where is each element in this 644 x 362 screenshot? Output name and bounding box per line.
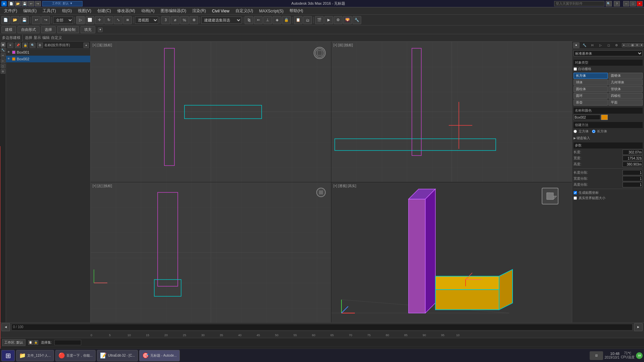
- menu-edit[interactable]: 编辑(E): [20, 7, 39, 14]
- btn-pyramid[interactable]: 四棱柱: [608, 93, 643, 99]
- params-header[interactable]: 参数: [574, 142, 643, 148]
- qa-redo[interactable]: ↪: [35, 1, 41, 6]
- menu-modifiers[interactable]: 修改器(M): [114, 7, 138, 14]
- lp-close[interactable]: ✕: [7, 43, 13, 48]
- keyboard-entry-row[interactable]: ▶ 键盘输入: [574, 136, 643, 140]
- visibility-toggle-box002[interactable]: 👁: [7, 57, 11, 61]
- tb-angle-snap[interactable]: ⌀: [171, 16, 179, 24]
- tb-env-effects[interactable]: 🌄: [343, 16, 352, 24]
- named-selection[interactable]: 建建建选集筛选: [201, 16, 241, 24]
- tab-fill[interactable]: 填充: [80, 26, 95, 33]
- viewport-left[interactable]: [+] [左] [线框]: [91, 182, 331, 323]
- tab-build[interactable]: 建模: [1, 26, 16, 33]
- sidebar-display[interactable]: ◻: [1, 64, 5, 68]
- tb-percent-snap[interactable]: %: [180, 16, 189, 24]
- lp-config[interactable]: ⚙: [37, 43, 43, 48]
- start-button[interactable]: ⊞: [1, 350, 15, 361]
- btn-plane[interactable]: 平面: [608, 100, 643, 106]
- poly-select[interactable]: 选择: [25, 35, 32, 40]
- qa-open[interactable]: 📂: [15, 1, 21, 6]
- workspace-selector[interactable]: 工作区: 默认 ▼: [42, 1, 83, 6]
- btn-teapot[interactable]: 茶壶: [574, 100, 608, 106]
- menu-civil-view[interactable]: Civil View: [209, 8, 232, 14]
- btn-geosphere[interactable]: 几何球体: [608, 79, 643, 85]
- menu-animation[interactable]: 动画(A): [139, 7, 157, 14]
- rp-icon2[interactable]: ○: [626, 43, 630, 47]
- lp-scroll-up[interactable]: ▲: [84, 43, 89, 48]
- object-type-header[interactable]: 对象类型: [574, 60, 643, 66]
- sidebar-motion[interactable]: ▷: [1, 58, 5, 63]
- gen-map-checkbox[interactable]: [574, 191, 577, 194]
- tb-open[interactable]: 📂: [11, 16, 19, 24]
- viewport-front[interactable]: [+] [前] [线框]: [331, 42, 572, 182]
- tb-place-hilight[interactable]: ◈: [273, 16, 281, 24]
- rp-icon4[interactable]: ⊞: [635, 43, 639, 47]
- minimize-btn[interactable]: ─: [623, 1, 629, 6]
- btn-cone[interactable]: 圆锥体: [608, 73, 643, 79]
- tb-render-setup[interactable]: ⚙: [334, 16, 342, 24]
- tb-render[interactable]: 🎬: [315, 16, 324, 24]
- lp-lock[interactable]: 🔒: [22, 43, 28, 48]
- tb-select-region[interactable]: ⬜: [86, 16, 94, 24]
- status-icon2[interactable]: 🔒: [34, 340, 38, 345]
- box-radio-label[interactable]: 长方体: [592, 129, 607, 134]
- rp-tab-utilities[interactable]: ⚙: [613, 42, 620, 48]
- btn-sphere[interactable]: 球体: [574, 79, 608, 85]
- rp-tab-display[interactable]: ◻: [605, 42, 612, 48]
- tb-isolate[interactable]: 🔒: [282, 16, 291, 24]
- viewport-top[interactable]: [+] [顶] [线框]: [91, 42, 331, 182]
- object-name-input[interactable]: [574, 115, 600, 120]
- timeline-right-arrow[interactable]: ▶: [634, 323, 643, 331]
- width-input[interactable]: [623, 156, 643, 161]
- help-btn[interactable]: ?: [614, 1, 620, 6]
- tb-render-tools[interactable]: 🔧: [353, 16, 361, 24]
- object-type-dropdown[interactable]: 标准基本体: [574, 50, 643, 56]
- menu-rendering[interactable]: 渲染(R): [190, 7, 209, 14]
- close-btn[interactable]: ✕: [637, 1, 643, 6]
- menu-graph-editors[interactable]: 图形编辑器(D): [158, 7, 189, 14]
- sidebar-create[interactable]: ◈: [1, 42, 5, 47]
- lp-pin[interactable]: 📌: [15, 43, 21, 48]
- view-type-select[interactable]: 透视图: [135, 16, 158, 24]
- cube-radio[interactable]: [574, 130, 577, 133]
- menu-group[interactable]: 组(G): [59, 7, 74, 14]
- length-segs-input[interactable]: [623, 170, 643, 175]
- rp-icon5[interactable]: ★: [639, 43, 643, 47]
- taskbar-file-explorer[interactable]: 📁 文件_115个人...: [16, 350, 54, 361]
- tb-select-obj[interactable]: ▷: [76, 16, 85, 24]
- ribbon-expand[interactable]: ▼: [98, 27, 103, 32]
- tb-align[interactable]: ⇐: [254, 16, 263, 24]
- menu-help[interactable]: 帮助(H): [287, 7, 306, 14]
- sidebar-utilities[interactable]: ⚙: [1, 69, 5, 74]
- list-item[interactable]: 👁 Box001: [6, 49, 90, 56]
- menu-file[interactable]: 文件(F): [1, 7, 20, 14]
- height-input[interactable]: [623, 162, 643, 167]
- timeline-left-arrow[interactable]: ◀: [1, 323, 10, 331]
- tab-freeform[interactable]: 自由形式: [17, 26, 40, 33]
- tb-spinner-snap[interactable]: ⊕: [190, 16, 198, 24]
- name-color-header[interactable]: 名称和颜色: [574, 108, 643, 114]
- rp-icon3[interactable]: ▦: [631, 43, 635, 47]
- height-segs-input[interactable]: [623, 182, 643, 187]
- tab-object-paint[interactable]: 对象绘制: [57, 26, 79, 33]
- qa-undo[interactable]: ↩: [28, 1, 34, 6]
- maximize-btn[interactable]: □: [630, 1, 636, 6]
- search-input[interactable]: [554, 1, 604, 6]
- menu-create[interactable]: 创建(C): [95, 7, 114, 14]
- menu-tools[interactable]: 工具(T): [40, 7, 58, 14]
- taskbar-browser[interactable]: 🔴 百度一下，你能...: [55, 350, 96, 361]
- tb-select-similar[interactable]: ≅: [123, 16, 132, 24]
- length-input[interactable]: [623, 149, 643, 155]
- tray-show-desktop[interactable]: 🖥: [590, 351, 603, 360]
- box-radio[interactable]: [592, 130, 595, 133]
- sidebar-modify[interactable]: 🔧: [1, 48, 5, 52]
- menu-customize[interactable]: 自定义(U): [233, 7, 256, 14]
- tb-undo[interactable]: ↩: [32, 16, 41, 24]
- btn-box[interactable]: 长方体: [574, 73, 608, 79]
- sidebar-hierarchy[interactable]: H: [1, 53, 5, 58]
- viewport-perspective[interactable]: [+] [透视] [高实]: [331, 182, 572, 323]
- rp-tab-modify[interactable]: 🔧: [581, 42, 588, 48]
- rp-tab-create[interactable]: ✦: [573, 42, 580, 48]
- rp-icon1[interactable]: ●: [622, 43, 626, 47]
- select-filter[interactable]: 全部: [53, 16, 73, 24]
